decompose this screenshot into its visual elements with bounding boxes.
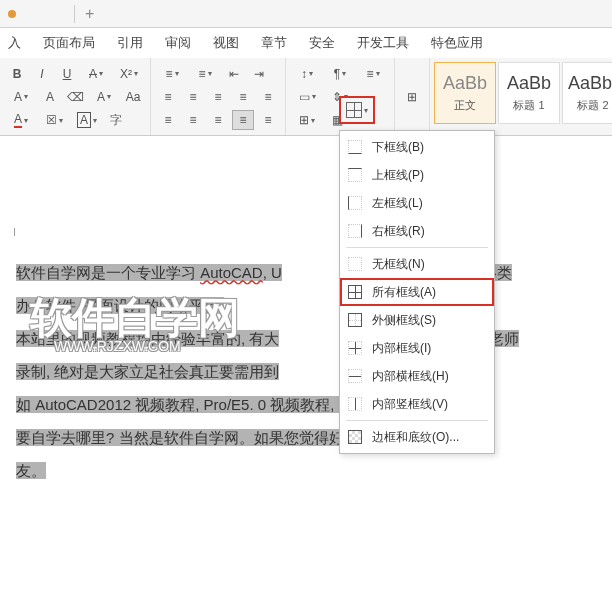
ribbon-tab-references[interactable]: 引用 bbox=[117, 34, 143, 52]
font-color-button[interactable]: A▾ bbox=[6, 110, 36, 130]
border-top-icon bbox=[348, 168, 362, 182]
document-tab[interactable] bbox=[0, 0, 74, 27]
align-justify2-button[interactable]: ≡ bbox=[232, 110, 254, 130]
menu-label: 上框线(P) bbox=[372, 167, 424, 184]
align-distributed2-button[interactable]: ≡ bbox=[257, 110, 279, 130]
font-group: B I U A▾ X²▾ A▾ A ⌫ A▾ Aa A▾ ☒▾ A▾ 字 bbox=[0, 58, 151, 135]
border-all-icon bbox=[348, 285, 362, 299]
menu-label: 下框线(B) bbox=[372, 139, 424, 156]
document-tab-bar: + bbox=[0, 0, 612, 28]
ribbon-tab-page-layout[interactable]: 页面布局 bbox=[43, 34, 95, 52]
ribbon-tab-security[interactable]: 安全 bbox=[309, 34, 335, 52]
phonetic-button[interactable]: 字 bbox=[105, 110, 127, 130]
text-effects-button[interactable]: A▾ bbox=[89, 87, 119, 107]
style-label: 标题 1 bbox=[513, 98, 544, 113]
border-right-item[interactable]: 右框线(R) bbox=[340, 217, 494, 245]
border-inside-item[interactable]: 内部框线(I) bbox=[340, 334, 494, 362]
ribbon-tab-developer[interactable]: 开发工具 bbox=[357, 34, 409, 52]
border-left-icon bbox=[348, 196, 362, 210]
border-all-item[interactable]: 所有框线(A) bbox=[340, 278, 494, 306]
style-preview: AaBb bbox=[443, 73, 487, 94]
paragraph: 软件自学网是一个专业学习 AutoCAD, U筑等各类 bbox=[16, 256, 596, 289]
underline-button[interactable]: U bbox=[56, 64, 78, 84]
align-left2-button[interactable]: ≡ bbox=[157, 110, 179, 130]
border-top-item[interactable]: 上框线(P) bbox=[340, 161, 494, 189]
sort-button[interactable]: ↕▾ bbox=[292, 64, 322, 84]
paragraph: 录制, 绝对是大家立足社会真正要需用到 bbox=[16, 355, 596, 388]
strikethrough-button[interactable]: A▾ bbox=[81, 64, 111, 84]
border-inside-v-item[interactable]: 内部竖框线(V) bbox=[340, 390, 494, 418]
menu-label: 外侧框线(S) bbox=[372, 312, 436, 329]
number-list-button[interactable]: ≡▾ bbox=[190, 64, 220, 84]
shading-button[interactable]: ☒▾ bbox=[39, 110, 69, 130]
align-center2-button[interactable]: ≡ bbox=[182, 110, 204, 130]
border-outside-item[interactable]: 外侧框线(S) bbox=[340, 306, 494, 334]
highlight-button[interactable]: A▾ bbox=[6, 87, 36, 107]
paragraph-group: ≡▾ ≡▾ ⇤ ⇥ ≡ ≡ ≡ ≡ ≡ ≡ ≡ ≡ ≡ ≡ bbox=[151, 58, 286, 135]
align-right2-button[interactable]: ≡ bbox=[207, 110, 229, 130]
border-bottom-item[interactable]: 下框线(B) bbox=[340, 133, 494, 161]
align-right-button[interactable]: ≡ bbox=[207, 87, 229, 107]
ribbon-tab-review[interactable]: 审阅 bbox=[165, 34, 191, 52]
modified-indicator-icon bbox=[8, 10, 16, 18]
ribbon-toolbar: B I U A▾ X²▾ A▾ A ⌫ A▾ Aa A▾ ☒▾ A▾ 字 bbox=[0, 58, 612, 136]
line-spacing-button[interactable]: ≡▾ bbox=[358, 64, 388, 84]
align-left-button[interactable]: ≡ bbox=[157, 87, 179, 107]
borders-shading-item[interactable]: 边框和底纹(O)... bbox=[340, 423, 494, 451]
menu-label: 所有框线(A) bbox=[372, 284, 436, 301]
style-label: 正文 bbox=[454, 98, 476, 113]
borders-icon bbox=[346, 102, 362, 118]
bold-button[interactable]: B bbox=[6, 64, 28, 84]
borders-shading-icon bbox=[348, 430, 362, 444]
style-preview: AaBb( bbox=[568, 73, 612, 94]
menu-label: 左框线(L) bbox=[372, 195, 423, 212]
ribbon-tab-insert[interactable]: 入 bbox=[8, 34, 21, 52]
increase-indent-button[interactable]: ⇥ bbox=[248, 64, 270, 84]
clear-format-button[interactable]: ⌫ bbox=[64, 87, 86, 107]
paragraph: 友。 bbox=[16, 454, 596, 487]
ribbon-tab-special[interactable]: 特色应用 bbox=[431, 34, 483, 52]
insert-group: ⊞ bbox=[395, 58, 430, 135]
menu-label: 内部框线(I) bbox=[372, 340, 431, 357]
style-normal[interactable]: AaBb 正文 bbox=[434, 62, 496, 124]
document-content[interactable]: 软件自学网是一个专业学习 AutoCAD, U筑等各类 办公软件, 平面设计的网… bbox=[0, 236, 612, 507]
bullet-list-button[interactable]: ≡▾ bbox=[157, 64, 187, 84]
menu-label: 无框线(N) bbox=[372, 256, 425, 273]
align-justify-button[interactable]: ≡ bbox=[232, 87, 254, 107]
borders-dropdown-button[interactable]: ▾ bbox=[339, 96, 375, 124]
border-inside-icon bbox=[348, 341, 362, 355]
style-heading2[interactable]: AaBb( 标题 2 bbox=[562, 62, 612, 124]
add-tab-button[interactable]: + bbox=[75, 5, 104, 23]
menu-label: 内部横框线(H) bbox=[372, 368, 449, 385]
insert-button[interactable]: ⊞ bbox=[401, 87, 423, 107]
grow-font-button[interactable]: A bbox=[39, 87, 61, 107]
superscript-button[interactable]: X²▾ bbox=[114, 64, 144, 84]
align-center-button[interactable]: ≡ bbox=[182, 87, 204, 107]
decrease-indent-button[interactable]: ⇤ bbox=[223, 64, 245, 84]
style-heading1[interactable]: AaBb 标题 1 bbox=[498, 62, 560, 124]
style-preview: AaBb bbox=[507, 73, 551, 94]
menu-separator bbox=[346, 247, 488, 248]
border-none-icon bbox=[348, 257, 362, 271]
border-left-item[interactable]: 左框线(L) bbox=[340, 189, 494, 217]
align-distributed-button[interactable]: ≡ bbox=[257, 87, 279, 107]
styles-gallery: AaBb 正文 AaBb 标题 1 AaBb( 标题 2 bbox=[430, 58, 612, 135]
paragraph: 要自学去哪里? 当然是软件自学网。如果您觉得好, 请分享给您的朋 bbox=[16, 421, 596, 454]
border-none-item[interactable]: 无框线(N) bbox=[340, 250, 494, 278]
border-outside-icon bbox=[348, 313, 362, 327]
ribbon-tab-strip: 入 页面布局 引用 审阅 视图 章节 安全 开发工具 特色应用 bbox=[0, 28, 612, 58]
orientation-button[interactable]: ▭▾ bbox=[292, 87, 322, 107]
ribbon-tab-chapter[interactable]: 章节 bbox=[261, 34, 287, 52]
tab-button[interactable]: ⊞▾ bbox=[292, 110, 322, 130]
border-inside-v-icon bbox=[348, 397, 362, 411]
case-button[interactable]: Aa bbox=[122, 87, 144, 107]
menu-label: 右框线(R) bbox=[372, 223, 425, 240]
menu-separator bbox=[346, 420, 488, 421]
paragraph: 本站里的视频教程均由经验丰富的, 有大资深老师 bbox=[16, 322, 596, 355]
ribbon-tab-view[interactable]: 视图 bbox=[213, 34, 239, 52]
char-border-button[interactable]: A▾ bbox=[72, 110, 102, 130]
italic-button[interactable]: I bbox=[31, 64, 53, 84]
border-inside-h-item[interactable]: 内部横框线(H) bbox=[340, 362, 494, 390]
chevron-down-icon: ▾ bbox=[364, 106, 368, 115]
show-marks-button[interactable]: ¶▾ bbox=[325, 64, 355, 84]
